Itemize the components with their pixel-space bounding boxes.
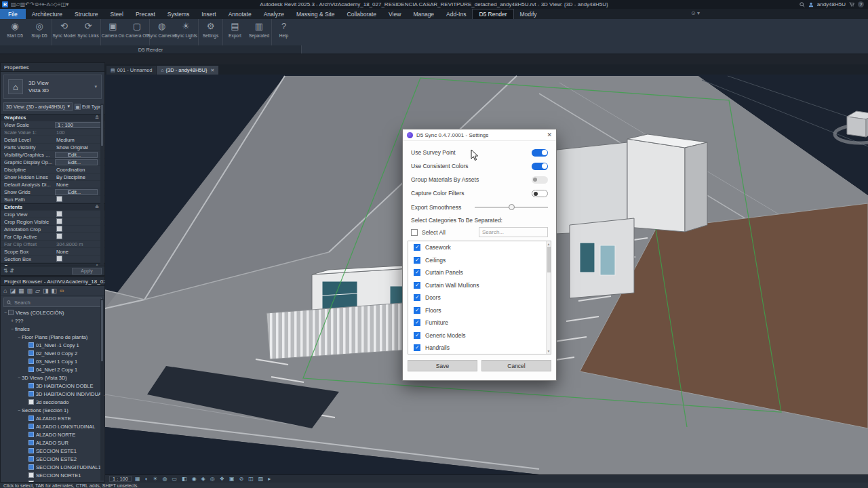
edited-icon[interactable]: ◪ (9, 287, 16, 294)
ribbon-tab[interactable]: D5 Render (472, 9, 513, 19)
ribbon-tab[interactable]: Add-Ins (440, 9, 472, 19)
category-row[interactable]: Curtain Wall Mullions (408, 279, 551, 292)
lock-view-icon[interactable]: ◉ (192, 476, 197, 482)
category-checkbox[interactable] (414, 319, 420, 326)
property-row[interactable]: Far Clip Active (1, 233, 104, 241)
select-all-checkbox[interactable] (411, 229, 418, 236)
ribbon-button[interactable]: ☀ Sync Lights (174, 19, 198, 45)
smoothness-slider[interactable] (475, 204, 548, 211)
property-row[interactable]: Scale Value 1: 100 (1, 129, 104, 136)
property-row[interactable]: Discipline Coordination (1, 166, 104, 174)
category-checkbox[interactable] (414, 244, 420, 251)
tree-item[interactable]: ALZADO LONGITUDINAL (1, 422, 104, 430)
property-row[interactable]: Crop View (1, 211, 104, 218)
tree-item[interactable]: SECCION ESTE2 (1, 455, 104, 463)
help-icon[interactable]: ? (858, 1, 864, 7)
aligned-dimension-icon[interactable]: ⇤ (42, 1, 47, 7)
category-row[interactable]: Handrails (408, 342, 551, 354)
tree-item[interactable]: − Floor Plans (Plano de planta) (1, 333, 104, 341)
ribbon-button[interactable]: ⟳ Sync Links (76, 19, 100, 45)
property-row[interactable]: View Scale 1 : 100 (1, 121, 104, 129)
ribbon-button[interactable]: ▢ Camera Off (125, 19, 149, 45)
property-row[interactable]: Visibility/Graphics ... Edit... (1, 151, 104, 159)
analytical-icon[interactable]: ◫ (248, 476, 254, 482)
browser-search-input[interactable]: Search (3, 298, 102, 307)
switch-windows-icon[interactable]: ▾ (66, 1, 68, 7)
toggle-switch[interactable] (532, 149, 548, 157)
grid-icon[interactable]: ▦ (18, 287, 24, 294)
file-menu-icon[interactable]: ▤ (11, 1, 16, 7)
ribbon-tab[interactable]: Massing & Site (290, 9, 341, 19)
tree-item[interactable]: 01_Nivel -1 Copy 1 (1, 341, 104, 349)
more-icon[interactable]: ▸ (268, 476, 271, 482)
edit-type-button[interactable]: ▦Edit Type (75, 104, 102, 110)
view-tab[interactable]: ▤ 001 - Unnamed (106, 66, 156, 75)
visual-style-icon[interactable]: ◐ (145, 476, 149, 482)
ribbon-button[interactable]: ⚙ Settings (198, 19, 222, 45)
category-row[interactable]: Casework (408, 241, 551, 254)
property-row[interactable]: Section Box (1, 256, 104, 263)
ribbon-tab[interactable]: Annotate (222, 9, 258, 19)
ribbon-button[interactable]: ▣ Camera On (100, 19, 125, 45)
category-row[interactable]: Generic Models (408, 329, 551, 342)
category-checkbox[interactable] (414, 257, 420, 264)
toggle-switch[interactable] (532, 163, 548, 170)
ribbon-tab[interactable]: Structure (68, 9, 104, 19)
tree-item[interactable]: 02_Nivel 0 Copy 2 (1, 349, 104, 357)
chevron-down-icon[interactable]: ▾ (94, 84, 97, 89)
tree-item[interactable]: 04_Nivel 2 Copy 1 (1, 365, 104, 373)
browser-scrollbar[interactable] (100, 299, 104, 481)
category-checkbox[interactable] (414, 269, 420, 276)
link-icon[interactable]: ∞ (60, 287, 64, 294)
close-icon[interactable]: ✕ (547, 131, 552, 138)
tree-item[interactable]: ALZADO ESTE (1, 414, 104, 422)
property-row[interactable]: Crop Region Visible (1, 218, 104, 226)
undo-icon[interactable]: ↶ (25, 1, 30, 7)
category-search-input[interactable]: Search... (479, 227, 548, 237)
tree-item[interactable]: ALZADO SUR (1, 439, 104, 447)
tree-item[interactable]: ALZADO NORTE (1, 430, 104, 439)
ribbon-tab[interactable]: Modify (514, 9, 543, 19)
crop-view-icon[interactable]: ▭ (172, 476, 178, 482)
category-row[interactable]: Curtain Panels (408, 266, 551, 279)
scale-control[interactable]: 1 : 100 (109, 476, 132, 482)
tree-item[interactable]: − Sections (Sección 1) (1, 406, 104, 414)
family-icon[interactable]: ◨ (43, 287, 49, 294)
tree-item[interactable]: 03_Nivel 1 Copy 1 (1, 357, 104, 365)
property-row[interactable]: Show Hidden Lines By Discipline (1, 174, 104, 181)
tree-item[interactable]: SECCION LONGITUDINAL1 (1, 463, 104, 471)
tree-item[interactable]: 3d seccionado (1, 398, 104, 406)
app-store-cart-icon[interactable] (849, 2, 854, 7)
schedule-icon[interactable]: ▥ (26, 287, 33, 294)
detail-level-icon[interactable]: ▦ (135, 476, 140, 482)
group-icon[interactable]: ◧ (51, 287, 57, 294)
properties-scrollbar[interactable] (100, 104, 104, 266)
property-row[interactable]: Graphics ≙ (1, 114, 104, 121)
redo-icon[interactable]: ↷ (30, 1, 35, 7)
category-row[interactable]: Furniture (408, 317, 551, 329)
tree-item[interactable]: 3D HABITACION DOBLE (1, 382, 104, 390)
ribbon-button[interactable]: ? Help (271, 19, 296, 45)
ribbon-tab[interactable]: Steel (104, 9, 130, 19)
ribbon-tab[interactable]: Collaborate (341, 9, 382, 19)
reveal-hidden-icon[interactable]: ◎ (210, 476, 215, 482)
ribbon-tab[interactable]: Systems (161, 9, 196, 19)
shadows-icon[interactable]: ◍ (163, 476, 167, 482)
property-row[interactable]: Scope Box None (1, 248, 104, 256)
ribbon-button[interactable]: ▥ Separated (247, 19, 271, 45)
tree-item[interactable]: − Views (COLECCIÓN) (1, 308, 104, 317)
category-checkbox[interactable] (414, 332, 420, 339)
sun-path-icon[interactable]: ☀ (153, 476, 157, 482)
sheet-icon[interactable]: ▱ (35, 287, 40, 294)
category-checkbox[interactable] (414, 282, 420, 289)
ribbon-tab[interactable]: Precast (130, 9, 161, 19)
ribbon-button[interactable]: ◎ Stop D5 (27, 19, 52, 45)
cancel-button[interactable]: Cancel (481, 360, 551, 371)
property-row[interactable]: Parts Visibility Show Original (1, 144, 104, 151)
property-row[interactable]: Detail Level Medium (1, 136, 104, 144)
toggle-switch[interactable] (532, 190, 548, 197)
view-tab[interactable]: ⌂ {3D - andy48H5U} ✕ (157, 66, 218, 75)
search-icon[interactable] (800, 2, 805, 7)
ribbon-button[interactable]: ▤ Export (222, 19, 247, 45)
worksharing-icon[interactable]: ❖ (220, 476, 224, 482)
